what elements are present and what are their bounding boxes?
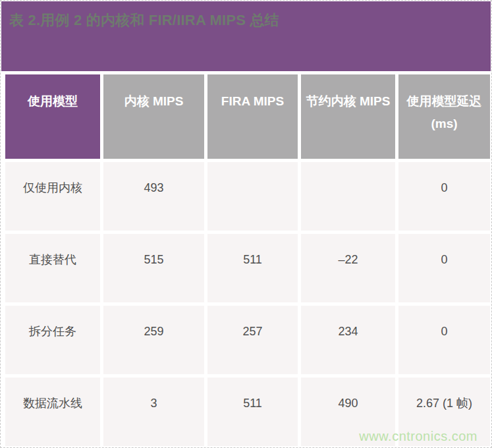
site-watermark: www.cntronics.com xyxy=(359,429,478,444)
mips-summary-table: 使用模型 内核 MIPS FIRA MIPS 节约内核 MIPS 使用模型延迟 … xyxy=(5,74,490,446)
table-cell: 493 xyxy=(103,162,204,231)
table-figure-page: 表 2.用例 2 的内核和 FIR/IIRA MIPS 总结 使用模型 内核 M… xyxy=(0,0,492,448)
table-title-banner: 表 2.用例 2 的内核和 FIR/IIRA MIPS 总结 xyxy=(1,1,491,71)
table-cell: 511 xyxy=(207,234,298,302)
table-cell: 0 xyxy=(398,306,490,374)
header-cell-fira-mips: FIRA MIPS xyxy=(207,74,298,159)
table-row: 直接替代 515 511 –22 0 xyxy=(5,234,490,302)
header-cell-usage-model: 使用模型 xyxy=(5,74,100,159)
table-cell xyxy=(207,162,298,231)
table-cell: 0 xyxy=(398,162,490,231)
table-header-row: 使用模型 内核 MIPS FIRA MIPS 节约内核 MIPS 使用模型延迟 … xyxy=(5,74,490,159)
table-cell: 直接替代 xyxy=(5,234,100,302)
header-cell-core-mips: 内核 MIPS xyxy=(103,74,204,159)
header-cell-latency-line1: 使用模型延迟 xyxy=(398,90,490,113)
header-cell-latency-line2: (ms) xyxy=(398,113,490,135)
header-cell-saved-core-mips: 节约内核 MIPS xyxy=(301,74,395,159)
table-row: 仅使用内核 493 0 xyxy=(5,162,490,231)
table-cell: 259 xyxy=(103,306,204,374)
header-cell-latency: 使用模型延迟 (ms) xyxy=(398,74,490,159)
table-row: 拆分任务 259 257 234 0 xyxy=(5,306,490,374)
table-cell: 515 xyxy=(103,234,204,302)
table-cell: 234 xyxy=(301,306,395,374)
table-cell xyxy=(301,162,395,231)
table-cell: 拆分任务 xyxy=(5,306,100,374)
table-cell: 511 xyxy=(207,378,298,446)
table-cell: 数据流水线 xyxy=(5,378,100,446)
table-title: 表 2.用例 2 的内核和 FIR/IIRA MIPS 总结 xyxy=(9,11,481,30)
table-cell: 3 xyxy=(103,378,204,446)
table-cell: –22 xyxy=(301,234,395,302)
table-cell: 仅使用内核 xyxy=(5,162,100,231)
table-cell: 0 xyxy=(398,234,490,302)
table-cell: 257 xyxy=(207,306,298,374)
